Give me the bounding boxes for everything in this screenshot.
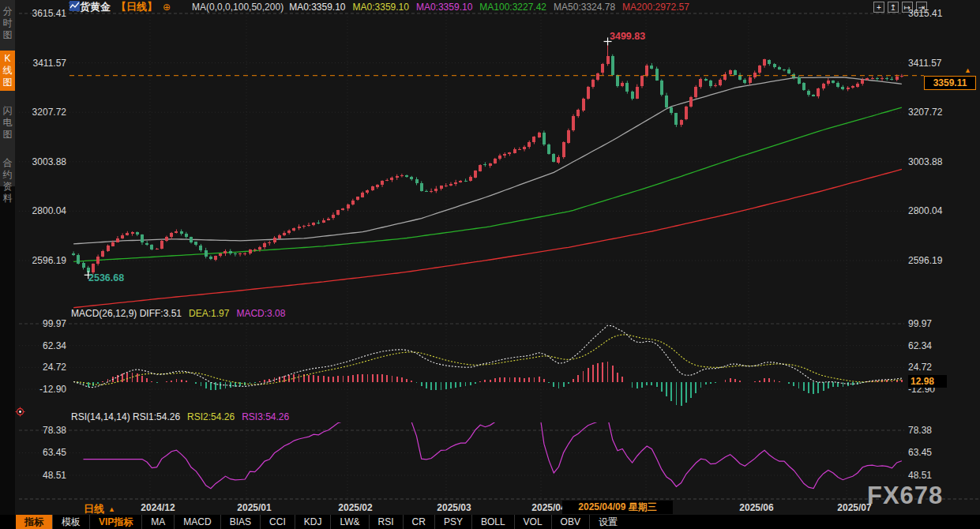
toolbar-tab-CCI[interactable]: CCI — [260, 515, 295, 529]
macd-label-part-1: DEA:1.97 — [189, 308, 229, 319]
main-ytick-right-0: 3615.41 — [908, 8, 956, 19]
gold-chart-app: 分时图K线图闪电图合约资料 现货黄金 【日线】 ⊕ MA(0,0,0,100,5… — [0, 0, 980, 529]
toolbar-tab-模板[interactable]: 模板 — [52, 515, 89, 529]
macd-label-part-0: MACD(26,12,9) DIFF:3.51 — [71, 308, 182, 319]
zoom-up-icon[interactable]: ↥ — [888, 2, 899, 13]
main-ytick-right-1: 3411.57 — [908, 58, 956, 69]
x-axis-label-2: 2025/02 — [338, 502, 372, 513]
rsi-ytick-left-1: 63.45 — [19, 447, 66, 458]
x-axis-label-1: 2025/01 — [237, 502, 271, 513]
macd-ytick-left-2: 24.72 — [19, 362, 66, 373]
toolbar-tab-PSY[interactable]: PSY — [434, 515, 471, 529]
toolbar-tab-RSI[interactable]: RSI — [369, 515, 403, 529]
toolbar-tab-VOL[interactable]: VOL — [514, 515, 551, 529]
crosshair-icon[interactable]: + — [873, 2, 884, 13]
ma-settings: MA(0,0,0,100,50,200) — [192, 2, 283, 13]
fx678-watermark: FX678 — [867, 482, 943, 510]
x-axis-label-6: 2025/06 — [739, 502, 773, 513]
main-ytick-right-2: 3207.72 — [908, 107, 956, 118]
add-overlay-icon[interactable]: ⊕ — [163, 2, 171, 13]
rsi-ytick-right-0: 78.38 — [908, 425, 956, 436]
ma-value-0: MA0:3359.10 — [289, 2, 345, 13]
main-ytick-right-5: 2596.19 — [908, 255, 956, 266]
sidebar-tab-flash-chart[interactable]: 闪电图 — [0, 103, 15, 143]
left-sidebar: 分时图K线图闪电图合约资料 — [0, 0, 15, 515]
highest-price-label: 3499.83 — [610, 31, 645, 42]
toolbar-tab-OBV[interactable]: OBV — [551, 515, 589, 529]
date-tooltip: 2025/04/09 星期三 — [562, 501, 673, 514]
price-up-arrow-icon: ▲ — [964, 66, 971, 74]
main-ytick-left-1: 3411.57 — [19, 58, 66, 69]
toolbar-tab-LW&[interactable]: LW& — [330, 515, 368, 529]
main-ytick-right-3: 3003.88 — [908, 156, 956, 167]
chart-header: 现货黄金 【日线】 ⊕ MA(0,0,0,100,50,200) MA0:335… — [69, 1, 689, 13]
toolbar-tab-MA[interactable]: MA — [141, 515, 174, 529]
macd-ytick-left-0: 99.97 — [19, 318, 66, 329]
lowest-price-label: 2536.68 — [88, 272, 124, 283]
rsi-label-part-1: RSI2:54.26 — [187, 411, 235, 422]
period-tag: 【日线】 — [116, 0, 157, 14]
x-axis-label-0: 2024/12 — [141, 502, 175, 513]
main-ytick-left-4: 2800.04 — [19, 205, 66, 216]
main-ytick-left-2: 3207.72 — [19, 107, 66, 118]
macd-ytick-right-0: 99.97 — [908, 318, 956, 329]
toolbar-tab-MACD[interactable]: MACD — [174, 515, 220, 529]
rsi-ytick-left-0: 78.38 — [19, 425, 66, 436]
macd-ytick-right-1: 62.34 — [908, 340, 956, 351]
rsi-ytick-right-2: 48.51 — [908, 470, 956, 481]
ma-value-1: MA0:3359.10 — [353, 2, 409, 13]
toolbar-tab-BIAS[interactable]: BIAS — [220, 515, 260, 529]
toolbar-tab-CR[interactable]: CR — [403, 515, 434, 529]
rsi-indicator-label: RSI(14,14,14) RSI1:54.26RSI2:54.26RSI3:5… — [71, 411, 289, 422]
toolbar-tab-指标[interactable]: 指标 — [16, 515, 52, 529]
rsi-ytick-left-2: 48.51 — [19, 470, 66, 481]
chart-canvas[interactable] — [0, 0, 980, 529]
x-axis-label-3: 2025/03 — [437, 502, 471, 513]
chart-style-icon[interactable] — [176, 2, 186, 13]
main-ytick-left-3: 3003.88 — [19, 156, 66, 167]
toolbar-tab-BOLL[interactable]: BOLL — [471, 515, 514, 529]
ma-value-2: MA0:3359.10 — [416, 2, 472, 13]
indicator-toolbar: 指标模板VIP指标MAMACDBIASCCIKDJLW&RSICRPSYBOLL… — [0, 515, 980, 529]
macd-ytick-left-3: -12.90 — [19, 384, 66, 395]
period-up-arrow-icon: ▲ — [108, 505, 115, 513]
toolbar-tab-设置[interactable]: 设置 — [589, 515, 626, 529]
rsi-label-part-2: RSI3:54.26 — [242, 411, 289, 422]
rsi-ytick-right-1: 63.45 — [908, 447, 956, 458]
main-ytick-left-0: 3615.41 — [19, 8, 66, 19]
last-price-box[interactable]: 3359.11 — [924, 76, 976, 90]
ma-value-3: MA100:3227.42 — [479, 2, 546, 13]
main-ytick-left-5: 2596.19 — [19, 255, 66, 266]
macd-indicator-label: MACD(26,12,9) DIFF:3.51DEA:1.97MACD:3.08 — [71, 308, 285, 319]
macd-ytick-left-1: 62.34 — [19, 340, 66, 351]
ma-value-5: MA200:2972.57 — [622, 2, 689, 13]
sidebar-tab-contract-info[interactable]: 合约资料 — [0, 155, 15, 207]
toolbar-tab-VIP指标[interactable]: VIP指标 — [89, 515, 141, 529]
rsi-label-part-0: RSI(14,14,14) RSI1:54.26 — [71, 411, 180, 422]
ma-values: MA0:3359.10MA0:3359.10MA0:3359.10MA100:3… — [289, 2, 689, 13]
macd-axis-value-box: 12.98 — [908, 375, 947, 388]
toolbar-tab-KDJ[interactable]: KDJ — [295, 515, 331, 529]
sidebar-tab-time-chart[interactable]: 分时图 — [0, 3, 15, 43]
macd-ytick-right-2: 24.72 — [908, 362, 956, 373]
ma-value-4: MA50:3324.78 — [554, 2, 615, 13]
macd-label-part-2: MACD:3.08 — [236, 308, 285, 319]
sidebar-tab-kline-chart[interactable]: K线图 — [0, 51, 15, 91]
x-axis-label-4: 2025/04 — [531, 502, 565, 513]
main-ytick-right-4: 2800.04 — [908, 205, 956, 216]
